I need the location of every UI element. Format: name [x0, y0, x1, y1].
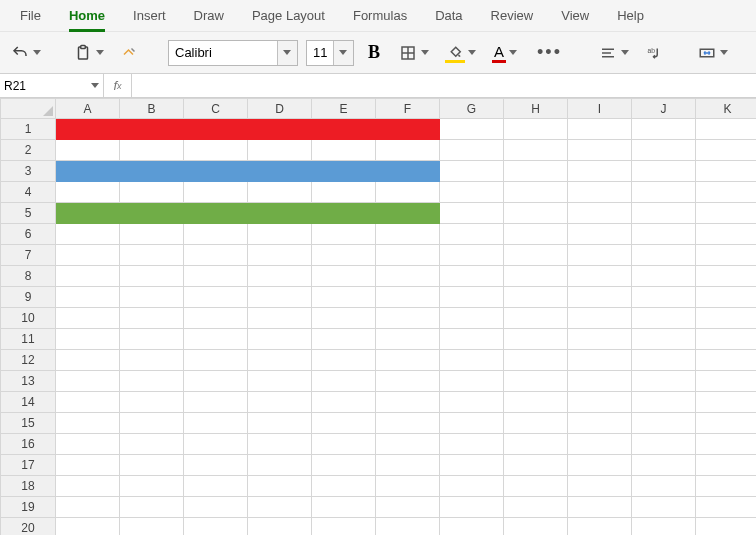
cell-F10[interactable] [376, 308, 440, 329]
column-header-I[interactable]: I [568, 99, 632, 119]
column-header-B[interactable]: B [120, 99, 184, 119]
cell-B17[interactable] [120, 455, 184, 476]
cell-C11[interactable] [184, 329, 248, 350]
cell-I10[interactable] [568, 308, 632, 329]
cell-E2[interactable] [312, 140, 376, 161]
cell-G19[interactable] [440, 497, 504, 518]
cell-I9[interactable] [568, 287, 632, 308]
cell-K6[interactable] [696, 224, 757, 245]
column-header-K[interactable]: K [696, 99, 757, 119]
column-header-G[interactable]: G [440, 99, 504, 119]
cell-A20[interactable] [56, 518, 120, 536]
tab-view[interactable]: View [547, 0, 603, 32]
cell-C10[interactable] [184, 308, 248, 329]
paste-button[interactable] [69, 39, 108, 67]
cell-J17[interactable] [632, 455, 696, 476]
cell-C9[interactable] [184, 287, 248, 308]
row-header-6[interactable]: 6 [1, 224, 56, 245]
cell-D1[interactable] [248, 119, 312, 140]
cell-I13[interactable] [568, 371, 632, 392]
cell-C16[interactable] [184, 434, 248, 455]
cell-J8[interactable] [632, 266, 696, 287]
cell-H10[interactable] [504, 308, 568, 329]
cell-B8[interactable] [120, 266, 184, 287]
row-header-1[interactable]: 1 [1, 119, 56, 140]
cell-D4[interactable] [248, 182, 312, 203]
cell-I11[interactable] [568, 329, 632, 350]
cell-J5[interactable] [632, 203, 696, 224]
cell-A5[interactable] [56, 203, 120, 224]
row-header-20[interactable]: 20 [1, 518, 56, 536]
fill-color-button[interactable] [441, 39, 480, 67]
cell-E1[interactable] [312, 119, 376, 140]
cell-H13[interactable] [504, 371, 568, 392]
cell-E20[interactable] [312, 518, 376, 536]
cell-B6[interactable] [120, 224, 184, 245]
cell-D6[interactable] [248, 224, 312, 245]
column-header-H[interactable]: H [504, 99, 568, 119]
cell-F16[interactable] [376, 434, 440, 455]
cell-H4[interactable] [504, 182, 568, 203]
column-header-J[interactable]: J [632, 99, 696, 119]
cell-J15[interactable] [632, 413, 696, 434]
select-all-corner[interactable] [1, 99, 56, 119]
cell-A11[interactable] [56, 329, 120, 350]
cell-E18[interactable] [312, 476, 376, 497]
column-header-F[interactable]: F [376, 99, 440, 119]
row-header-10[interactable]: 10 [1, 308, 56, 329]
font-name-dropdown[interactable] [277, 41, 297, 65]
tab-file[interactable]: File [6, 0, 55, 32]
cell-I16[interactable] [568, 434, 632, 455]
cell-I8[interactable] [568, 266, 632, 287]
cell-J14[interactable] [632, 392, 696, 413]
cell-D16[interactable] [248, 434, 312, 455]
cell-D3[interactable] [248, 161, 312, 182]
row-header-8[interactable]: 8 [1, 266, 56, 287]
cell-A17[interactable] [56, 455, 120, 476]
cell-A8[interactable] [56, 266, 120, 287]
cell-K11[interactable] [696, 329, 757, 350]
cell-F13[interactable] [376, 371, 440, 392]
cell-H17[interactable] [504, 455, 568, 476]
cell-G16[interactable] [440, 434, 504, 455]
cell-A12[interactable] [56, 350, 120, 371]
cell-B7[interactable] [120, 245, 184, 266]
cell-D10[interactable] [248, 308, 312, 329]
cell-A9[interactable] [56, 287, 120, 308]
cell-K19[interactable] [696, 497, 757, 518]
cell-C20[interactable] [184, 518, 248, 536]
cell-J11[interactable] [632, 329, 696, 350]
cell-B12[interactable] [120, 350, 184, 371]
cell-C1[interactable] [184, 119, 248, 140]
name-box-input[interactable] [0, 79, 84, 93]
cell-D11[interactable] [248, 329, 312, 350]
cell-I20[interactable] [568, 518, 632, 536]
row-header-18[interactable]: 18 [1, 476, 56, 497]
cell-A18[interactable] [56, 476, 120, 497]
row-header-2[interactable]: 2 [1, 140, 56, 161]
font-name-combo[interactable] [168, 40, 298, 66]
cell-C13[interactable] [184, 371, 248, 392]
cell-H7[interactable] [504, 245, 568, 266]
cell-F8[interactable] [376, 266, 440, 287]
cell-C2[interactable] [184, 140, 248, 161]
cell-F3[interactable] [376, 161, 440, 182]
cell-H11[interactable] [504, 329, 568, 350]
cell-G13[interactable] [440, 371, 504, 392]
cell-J19[interactable] [632, 497, 696, 518]
cell-B11[interactable] [120, 329, 184, 350]
cell-D13[interactable] [248, 371, 312, 392]
cell-I19[interactable] [568, 497, 632, 518]
row-header-7[interactable]: 7 [1, 245, 56, 266]
cell-G11[interactable] [440, 329, 504, 350]
cell-B4[interactable] [120, 182, 184, 203]
fx-label[interactable]: fx [104, 74, 132, 97]
cell-E17[interactable] [312, 455, 376, 476]
cell-J7[interactable] [632, 245, 696, 266]
cell-B14[interactable] [120, 392, 184, 413]
cell-I7[interactable] [568, 245, 632, 266]
cell-I4[interactable] [568, 182, 632, 203]
cell-D15[interactable] [248, 413, 312, 434]
tab-help[interactable]: Help [603, 0, 658, 32]
cell-H12[interactable] [504, 350, 568, 371]
